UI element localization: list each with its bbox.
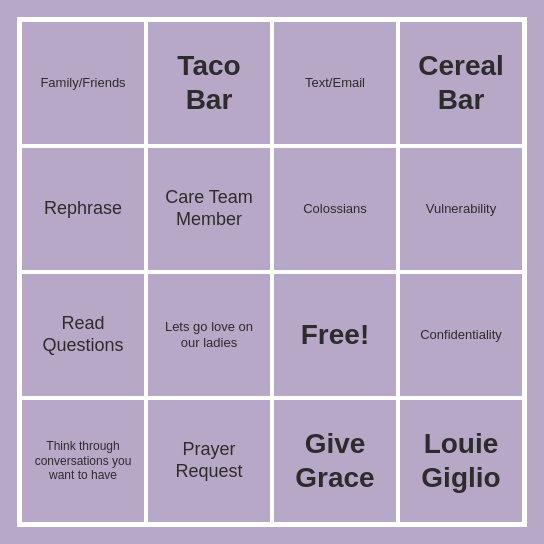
cell-label-r0c1: Taco Bar bbox=[154, 49, 264, 116]
bingo-cell-r0c2: Text/Email bbox=[272, 20, 398, 146]
bingo-cell-r1c2: Colossians bbox=[272, 146, 398, 272]
cell-label-r1c0: Rephrase bbox=[44, 198, 122, 220]
bingo-cell-r0c3: Cereal Bar bbox=[398, 20, 524, 146]
cell-label-r0c2: Text/Email bbox=[305, 75, 365, 91]
bingo-cell-r1c3: Vulnerability bbox=[398, 146, 524, 272]
bingo-cell-r1c1: Care Team Member bbox=[146, 146, 272, 272]
cell-label-r2c1: Lets go love on our ladies bbox=[154, 319, 264, 350]
bingo-cell-r3c1: Prayer Request bbox=[146, 398, 272, 524]
cell-label-r2c3: Confidentiality bbox=[420, 327, 502, 343]
bingo-cell-r3c0: Think through conversations you want to … bbox=[20, 398, 146, 524]
cell-label-r0c3: Cereal Bar bbox=[406, 49, 516, 116]
bingo-cell-r2c0: Read Questions bbox=[20, 272, 146, 398]
cell-label-r0c0: Family/Friends bbox=[40, 75, 125, 91]
bingo-cell-r1c0: Rephrase bbox=[20, 146, 146, 272]
bingo-cell-r0c0: Family/Friends bbox=[20, 20, 146, 146]
cell-label-r3c2: Give Grace bbox=[280, 427, 390, 494]
cell-label-r2c0: Read Questions bbox=[28, 313, 138, 356]
bingo-cell-r2c1: Lets go love on our ladies bbox=[146, 272, 272, 398]
bingo-cell-r3c3: Louie Giglio bbox=[398, 398, 524, 524]
bingo-card: Family/FriendsTaco BarText/EmailCereal B… bbox=[17, 17, 527, 527]
bingo-cell-r3c2: Give Grace bbox=[272, 398, 398, 524]
cell-label-r2c2: Free! bbox=[301, 318, 369, 352]
bingo-cell-r2c3: Confidentiality bbox=[398, 272, 524, 398]
cell-label-r3c1: Prayer Request bbox=[154, 439, 264, 482]
cell-label-r3c0: Think through conversations you want to … bbox=[28, 439, 138, 482]
cell-label-r1c1: Care Team Member bbox=[154, 187, 264, 230]
cell-label-r3c3: Louie Giglio bbox=[406, 427, 516, 494]
cell-label-r1c2: Colossians bbox=[303, 201, 367, 217]
bingo-cell-r0c1: Taco Bar bbox=[146, 20, 272, 146]
bingo-cell-r2c2: Free! bbox=[272, 272, 398, 398]
cell-label-r1c3: Vulnerability bbox=[426, 201, 496, 217]
